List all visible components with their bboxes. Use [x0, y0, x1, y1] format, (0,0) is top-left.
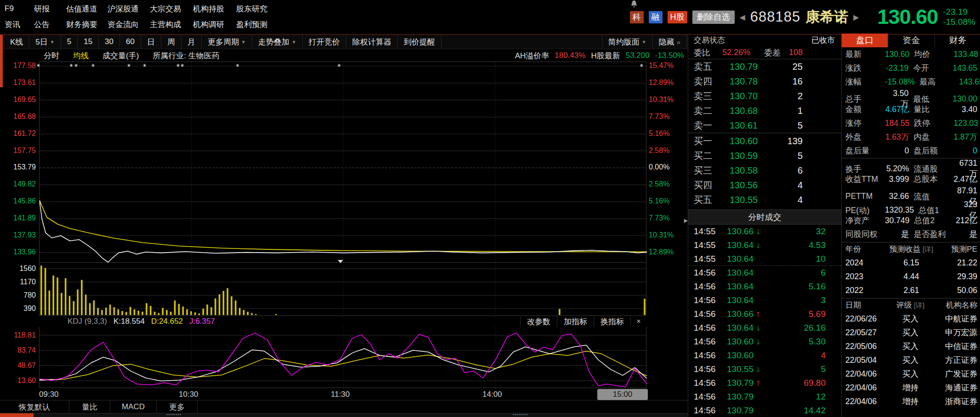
toolbar-button-15[interactable]: 15 [78, 35, 99, 49]
industry-label[interactable]: 所属行业: 生物医药 [153, 51, 219, 61]
stock-tag-badge: 融 [649, 11, 663, 23]
tick-row[interactable]: 14:56130.66 ↑5.69 [688, 307, 841, 321]
order-book-row[interactable]: 买三130.586 [688, 163, 841, 178]
tab-volume[interactable]: 成交量(手) [102, 51, 139, 61]
menu-item-资讯[interactable]: 资讯 [5, 19, 34, 30]
menu-item-沪深股通[interactable]: 沪深股通 [108, 4, 150, 14]
detail-tab-盘口[interactable]: 盘口 [842, 34, 888, 47]
order-book-row[interactable]: 买一130.60139 [688, 134, 841, 148]
tick-row[interactable]: 14:56130.604 [688, 349, 841, 362]
level-quantity: 5 [785, 151, 803, 161]
toolbar-button-除权计算器[interactable]: 除权计算器 [346, 35, 398, 49]
menu-item-机构调研[interactable]: 机构调研 [193, 19, 236, 30]
volume-chart[interactable] [39, 263, 646, 316]
toolbar-button-更多周期[interactable]: 更多周期▼ [202, 35, 252, 49]
kdj-action-改参数[interactable]: 改参数 [520, 316, 557, 327]
tick-row[interactable]: 14:56130.64 ↓26.16 [688, 321, 841, 335]
detail-tab-资金[interactable]: 资金 [888, 34, 934, 47]
detail-tab-财务[interactable]: 财务 [935, 34, 980, 47]
table-row[interactable]: 22/05/06买入中信证券 [842, 339, 980, 353]
drag-dots-icon[interactable]: •••••••• [513, 412, 528, 417]
prev-stock-icon[interactable]: ◀ [740, 13, 745, 22]
menu-item-盈利预测[interactable]: 盈利预测 [236, 19, 284, 30]
indicator-tab-更多[interactable]: 更多 [157, 400, 198, 413]
table-row[interactable]: 22/06/26买入中航证券 [842, 312, 980, 326]
delete-watchlist-button[interactable]: 删除自选 [692, 11, 735, 24]
detail-link[interactable]: [详] [912, 301, 925, 309]
table-row[interactable]: 22/05/27买入申万宏源 [842, 326, 980, 339]
next-stock-icon[interactable]: ▶ [853, 13, 859, 22]
order-book-row[interactable]: 卖五130.7925 [688, 59, 841, 74]
indicator-tab-量比[interactable]: 量比 [69, 400, 110, 413]
tick-row[interactable]: 14:56130.7914.42 [688, 404, 841, 417]
menu-item-资金流向[interactable]: 资金流向 [108, 19, 150, 30]
kdj-action-加指标[interactable]: 加指标 [557, 316, 594, 327]
tab-average-line[interactable]: 均线 [73, 51, 89, 61]
tick-row[interactable]: 14:56130.60 ↓5.30 [688, 335, 841, 349]
tick-row[interactable]: 14:56130.643 [688, 293, 841, 307]
toolbar-button-5[interactable]: 5 [61, 35, 78, 49]
tick-row[interactable]: 14:56130.646 [688, 266, 841, 280]
toolbar-button-60[interactable]: 60 [120, 35, 141, 49]
toolbar-button-月[interactable]: 月 [181, 35, 202, 49]
bottom-scrollbar[interactable]: •••••••• •••••••• [0, 413, 688, 417]
table-row[interactable]: 22/04/06增持海通证券 [842, 381, 980, 394]
toolbar-button-30[interactable]: 30 [99, 35, 120, 49]
kdj-indicator-chart[interactable] [39, 327, 646, 388]
indicator-tab-恢复默认[interactable]: 恢复默认 [0, 400, 69, 413]
order-book-row[interactable]: 买五130.554 [688, 192, 841, 207]
quote-stats-1: 最新130.60均价133.48涨跌-23.19今开143.65涨幅-15.08… [842, 47, 980, 158]
toolbar-button-周[interactable]: 周 [161, 35, 181, 49]
order-book-row[interactable]: 买二130.595 [688, 148, 841, 163]
menu-item-估值通道[interactable]: 估值通道 [66, 4, 108, 14]
indicator-tab-MACD[interactable]: MACD [110, 400, 157, 413]
tick-row[interactable]: 14:56130.7912 [688, 390, 841, 404]
table-row[interactable]: 20246.1521.22 [842, 256, 980, 270]
detail-link[interactable]: [详] [921, 245, 934, 253]
toolbar-button-5日[interactable]: 5日▼ [29, 35, 61, 49]
menu-item-研报[interactable]: 研报 [34, 4, 66, 14]
col-header: 预测PE [938, 244, 977, 254]
toolbar-button-日[interactable]: 日 [141, 35, 161, 49]
time-scrollbar-thumb[interactable]: 15:00 [597, 389, 648, 400]
order-book-row[interactable]: 买四130.564 [688, 178, 841, 192]
collapse-chevron-icon[interactable] [338, 260, 343, 263]
intraday-price-chart[interactable] [39, 62, 646, 263]
menu-item-F9[interactable]: F9 [5, 4, 34, 13]
menu-item-股东研究[interactable]: 股东研究 [236, 4, 284, 14]
order-book-row[interactable]: 卖一130.615 [688, 118, 841, 133]
alert-bell-icon[interactable] [864, 12, 872, 22]
order-book-row[interactable]: 卖三130.702 [688, 89, 841, 103]
drag-dots-icon[interactable]: •••••••• [166, 412, 181, 417]
menu-item-主营构成[interactable]: 主营构成 [150, 19, 193, 30]
tab-intraday[interactable]: 分时 [44, 51, 59, 61]
close-icon[interactable]: × [630, 317, 646, 326]
tick-row[interactable]: 14:55130.66 ↓32 [688, 225, 841, 238]
table-row[interactable]: 22/04/06增持浙商证券 [842, 394, 980, 408]
kdj-action-换指标[interactable]: 换指标 [594, 316, 630, 327]
tick-row[interactable]: 14:56130.645.16 [688, 280, 841, 293]
cell: 广发证券 [927, 368, 977, 379]
tick-row[interactable]: 14:55130.6410 [688, 252, 841, 266]
tick-row[interactable]: 14:56130.55 ↓5 [688, 362, 841, 376]
table-row[interactable]: 20222.6150.06 [842, 283, 980, 297]
table-row[interactable]: 22/04/06买入广发证券 [842, 367, 980, 381]
menu-item-大宗交易[interactable]: 大宗交易 [150, 4, 193, 14]
menu-item-公告[interactable]: 公告 [34, 19, 66, 30]
order-book-row[interactable]: 卖四130.7816 [688, 74, 841, 89]
tick-list[interactable]: 14:55130.66 ↓3214:55130.64 ↓4.5314:55130… [688, 225, 841, 417]
order-book-row[interactable]: 卖二130.681 [688, 103, 841, 118]
menu-item-机构持股[interactable]: 机构持股 [193, 4, 236, 14]
tick-row[interactable]: 14:55130.64 ↓4.53 [688, 238, 841, 252]
tick-row[interactable]: 14:56130.79 ↑69.80 [688, 376, 841, 390]
table-row[interactable]: 22/05/04买入方正证券 [842, 353, 980, 367]
toolbar-button-打开竞价[interactable]: 打开竞价 [303, 35, 346, 49]
stat-row: 换手5.20%流通股6731万 [842, 158, 980, 172]
toolbar-button-到价提醒[interactable]: 到价提醒 [398, 35, 442, 49]
toolbar-button-走势叠加[interactable]: 走势叠加▼ [252, 35, 303, 49]
toolbar-button-简约版面[interactable]: 简约版面▼ [602, 35, 653, 49]
table-row[interactable]: 20234.4429.39 [842, 270, 980, 283]
toolbar-button-隐藏[interactable]: 隐藏» [653, 35, 687, 49]
menu-item-财务摘要[interactable]: 财务摘要 [66, 19, 108, 30]
toolbar-button-K线[interactable]: K线 [4, 35, 29, 49]
